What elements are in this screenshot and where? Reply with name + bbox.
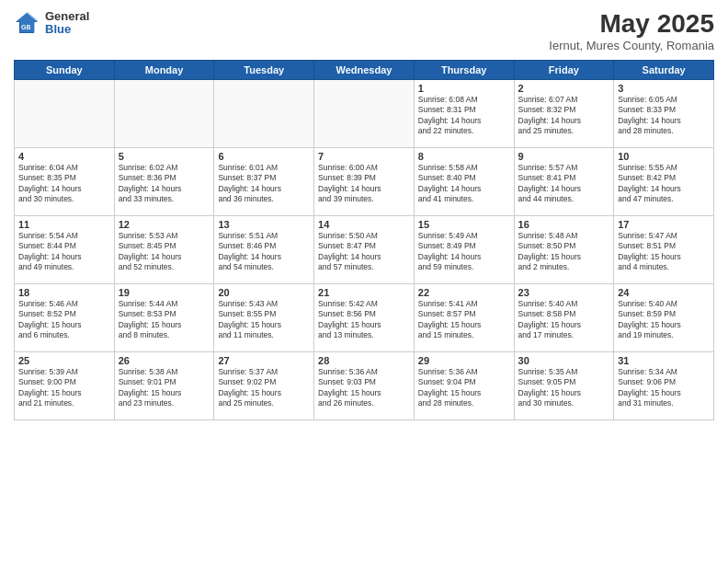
month-year: May 2025 <box>549 9 714 39</box>
day-number: 19 <box>119 287 210 298</box>
day-number: 10 <box>618 151 710 162</box>
day-number: 28 <box>318 355 410 366</box>
header: GB General Blue May 2025 Iernut, Mures C… <box>14 9 714 52</box>
day-cell-1: 1Sunrise: 6:08 AMSunset: 8:31 PMDaylight… <box>414 80 514 148</box>
day-info: Sunrise: 5:40 AMSunset: 8:59 PMDaylight:… <box>618 299 710 341</box>
week-row-1: 1Sunrise: 6:08 AMSunset: 8:31 PMDaylight… <box>15 80 714 148</box>
day-info: Sunrise: 5:53 AMSunset: 8:45 PMDaylight:… <box>119 231 210 273</box>
empty-cell <box>214 80 314 148</box>
day-info: Sunrise: 5:55 AMSunset: 8:42 PMDaylight:… <box>618 163 710 205</box>
day-number: 15 <box>418 219 510 230</box>
day-info: Sunrise: 6:07 AMSunset: 8:32 PMDaylight:… <box>518 95 610 137</box>
day-number: 18 <box>18 287 110 298</box>
day-cell-25: 25Sunrise: 5:39 AMSunset: 9:00 PMDayligh… <box>15 352 115 420</box>
day-number: 6 <box>218 151 310 162</box>
day-cell-22: 22Sunrise: 5:41 AMSunset: 8:57 PMDayligh… <box>414 284 514 352</box>
logo-general: General <box>45 10 89 23</box>
day-number: 17 <box>618 219 710 230</box>
logo-blue: Blue <box>45 23 89 36</box>
svg-text:GB: GB <box>21 24 31 30</box>
day-number: 24 <box>618 287 710 298</box>
empty-cell <box>15 80 115 148</box>
day-number: 4 <box>18 151 110 162</box>
day-cell-10: 10Sunrise: 5:55 AMSunset: 8:42 PMDayligh… <box>614 148 714 216</box>
day-cell-2: 2Sunrise: 6:07 AMSunset: 8:32 PMDaylight… <box>514 80 614 148</box>
day-number: 1 <box>418 83 510 94</box>
day-number: 23 <box>518 287 610 298</box>
day-info: Sunrise: 5:50 AMSunset: 8:47 PMDaylight:… <box>318 231 410 273</box>
day-number: 8 <box>418 151 510 162</box>
location: Iernut, Mures County, Romania <box>549 39 714 52</box>
day-number: 21 <box>318 287 410 298</box>
day-cell-15: 15Sunrise: 5:49 AMSunset: 8:49 PMDayligh… <box>414 216 514 284</box>
day-cell-23: 23Sunrise: 5:40 AMSunset: 8:58 PMDayligh… <box>514 284 614 352</box>
empty-cell <box>114 80 214 148</box>
day-info: Sunrise: 6:02 AMSunset: 8:36 PMDaylight:… <box>119 163 210 205</box>
day-info: Sunrise: 5:49 AMSunset: 8:49 PMDaylight:… <box>418 231 510 273</box>
day-info: Sunrise: 6:01 AMSunset: 8:37 PMDaylight:… <box>218 163 310 205</box>
weekday-header-friday: Friday <box>514 61 614 80</box>
day-info: Sunrise: 5:44 AMSunset: 8:53 PMDaylight:… <box>119 299 210 341</box>
weekday-header-sunday: Sunday <box>15 61 115 80</box>
day-number: 12 <box>119 219 210 230</box>
day-info: Sunrise: 5:38 AMSunset: 9:01 PMDaylight:… <box>119 367 210 409</box>
day-info: Sunrise: 5:40 AMSunset: 8:58 PMDaylight:… <box>518 299 610 341</box>
day-info: Sunrise: 5:42 AMSunset: 8:56 PMDaylight:… <box>318 299 410 341</box>
day-cell-20: 20Sunrise: 5:43 AMSunset: 8:55 PMDayligh… <box>214 284 314 352</box>
day-info: Sunrise: 5:35 AMSunset: 9:05 PMDaylight:… <box>518 367 610 409</box>
day-number: 9 <box>518 151 610 162</box>
day-cell-24: 24Sunrise: 5:40 AMSunset: 8:59 PMDayligh… <box>614 284 714 352</box>
day-number: 16 <box>518 219 610 230</box>
day-number: 22 <box>418 287 510 298</box>
day-info: Sunrise: 5:51 AMSunset: 8:46 PMDaylight:… <box>218 231 310 273</box>
day-info: Sunrise: 6:05 AMSunset: 8:33 PMDaylight:… <box>618 95 710 137</box>
day-number: 2 <box>518 83 610 94</box>
day-info: Sunrise: 5:48 AMSunset: 8:50 PMDaylight:… <box>518 231 610 273</box>
day-cell-27: 27Sunrise: 5:37 AMSunset: 9:02 PMDayligh… <box>214 352 314 420</box>
day-cell-8: 8Sunrise: 5:58 AMSunset: 8:40 PMDaylight… <box>414 148 514 216</box>
day-info: Sunrise: 5:57 AMSunset: 8:41 PMDaylight:… <box>518 163 610 205</box>
day-info: Sunrise: 5:43 AMSunset: 8:55 PMDaylight:… <box>218 299 310 341</box>
day-cell-29: 29Sunrise: 5:36 AMSunset: 9:04 PMDayligh… <box>414 352 514 420</box>
day-info: Sunrise: 5:39 AMSunset: 9:00 PMDaylight:… <box>18 367 110 409</box>
day-cell-17: 17Sunrise: 5:47 AMSunset: 8:51 PMDayligh… <box>614 216 714 284</box>
logo: GB General Blue <box>14 9 89 37</box>
day-info: Sunrise: 5:54 AMSunset: 8:44 PMDaylight:… <box>18 231 110 273</box>
day-cell-19: 19Sunrise: 5:44 AMSunset: 8:53 PMDayligh… <box>114 284 214 352</box>
day-cell-30: 30Sunrise: 5:35 AMSunset: 9:05 PMDayligh… <box>514 352 614 420</box>
weekday-header-saturday: Saturday <box>614 61 714 80</box>
day-info: Sunrise: 6:04 AMSunset: 8:35 PMDaylight:… <box>18 163 110 205</box>
day-number: 7 <box>318 151 410 162</box>
week-row-4: 18Sunrise: 5:46 AMSunset: 8:52 PMDayligh… <box>15 284 714 352</box>
day-cell-26: 26Sunrise: 5:38 AMSunset: 9:01 PMDayligh… <box>114 352 214 420</box>
day-info: Sunrise: 5:34 AMSunset: 9:06 PMDaylight:… <box>618 367 710 409</box>
day-number: 20 <box>218 287 310 298</box>
day-cell-14: 14Sunrise: 5:50 AMSunset: 8:47 PMDayligh… <box>314 216 415 284</box>
day-info: Sunrise: 5:47 AMSunset: 8:51 PMDaylight:… <box>618 231 710 273</box>
weekday-header-tuesday: Tuesday <box>214 61 314 80</box>
day-number: 25 <box>18 355 110 366</box>
day-cell-16: 16Sunrise: 5:48 AMSunset: 8:50 PMDayligh… <box>514 216 614 284</box>
day-info: Sunrise: 6:00 AMSunset: 8:39 PMDaylight:… <box>318 163 410 205</box>
weekday-header-wednesday: Wednesday <box>314 61 415 80</box>
day-info: Sunrise: 5:36 AMSunset: 9:03 PMDaylight:… <box>318 367 410 409</box>
day-info: Sunrise: 5:36 AMSunset: 9:04 PMDaylight:… <box>418 367 510 409</box>
day-info: Sunrise: 6:08 AMSunset: 8:31 PMDaylight:… <box>418 95 510 137</box>
day-cell-21: 21Sunrise: 5:42 AMSunset: 8:56 PMDayligh… <box>314 284 415 352</box>
day-cell-7: 7Sunrise: 6:00 AMSunset: 8:39 PMDaylight… <box>314 148 415 216</box>
empty-cell <box>314 80 415 148</box>
week-row-2: 4Sunrise: 6:04 AMSunset: 8:35 PMDaylight… <box>15 148 714 216</box>
weekday-header-row: SundayMondayTuesdayWednesdayThursdayFrid… <box>15 61 714 80</box>
day-cell-13: 13Sunrise: 5:51 AMSunset: 8:46 PMDayligh… <box>214 216 314 284</box>
day-number: 13 <box>218 219 310 230</box>
day-number: 30 <box>518 355 610 366</box>
day-number: 29 <box>418 355 510 366</box>
day-cell-5: 5Sunrise: 6:02 AMSunset: 8:36 PMDaylight… <box>114 148 214 216</box>
title-section: May 2025 Iernut, Mures County, Romania <box>549 9 714 52</box>
week-row-5: 25Sunrise: 5:39 AMSunset: 9:00 PMDayligh… <box>15 352 714 420</box>
weekday-header-thursday: Thursday <box>414 61 514 80</box>
calendar: SundayMondayTuesdayWednesdayThursdayFrid… <box>14 60 714 420</box>
day-cell-28: 28Sunrise: 5:36 AMSunset: 9:03 PMDayligh… <box>314 352 415 420</box>
day-cell-6: 6Sunrise: 6:01 AMSunset: 8:37 PMDaylight… <box>214 148 314 216</box>
day-number: 31 <box>618 355 710 366</box>
